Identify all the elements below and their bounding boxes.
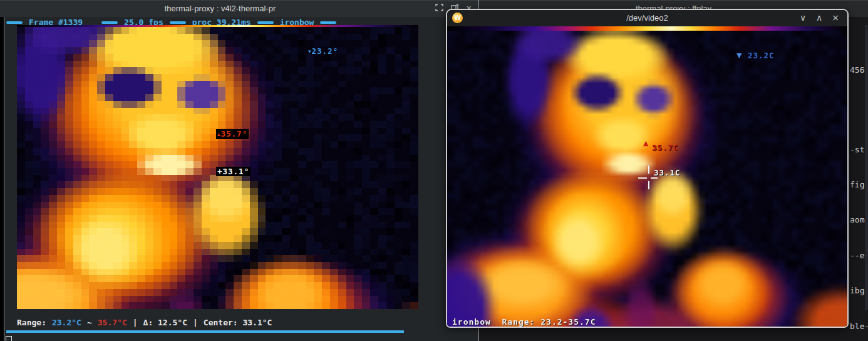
hot-spot-label: 35.7C (652, 143, 679, 152)
hot-spot-label: ▴35.7° (216, 129, 249, 139)
maximize-icon[interactable]: ∧ (815, 13, 824, 23)
ffplay-video-window: W /dev/video2 ∨ ∧ × ▼ 23.2C ▲ 35.7C 33.1… (446, 9, 849, 328)
thermal-canvas-right (447, 31, 847, 327)
ffplay-title: /dev/video2 (447, 13, 847, 23)
close-icon[interactable]: × (831, 13, 840, 23)
left-window-title: thermal-proxy : v4l2-thermal-pr (0, 4, 479, 13)
separator-dash (170, 21, 186, 24)
separator: | (133, 318, 138, 327)
range-min: 23.2°C (52, 318, 81, 327)
terminal-console: Input #0, video4linux2,v4l2, from '/dev/… (481, 328, 770, 341)
separator-dash (6, 21, 23, 24)
palette-strip (447, 26, 847, 31)
thermal-view: ▾23.2° ▴35.7° +33.1° (17, 25, 418, 309)
separator: | (193, 318, 198, 327)
range-footer: Range: 23.2°C ~ 35.7°C | Δ: 12.5°C | Cen… (17, 318, 272, 327)
separator-dash (257, 21, 274, 24)
separator-dash (320, 21, 336, 24)
delta-value: Δ: 12.5°C (143, 318, 187, 327)
thermal-proxy-window: thermal-proxy : v4l2-thermal-pr × Frame … (0, 0, 479, 341)
crosshair (648, 165, 649, 174)
hot-marker-icon: ▲ (643, 139, 649, 147)
crosshair (651, 177, 658, 179)
center-temp-label: +33.1° (216, 167, 251, 176)
cold-spot-label: ▼ 23.2C (736, 51, 775, 60)
ffplay-titlebar[interactable]: W /dev/video2 ∨ ∧ × (447, 10, 847, 26)
cursor-glyph (6, 336, 12, 341)
cold-spot-label: ▾23.2° (308, 46, 338, 56)
video-surface[interactable]: ▼ 23.2C ▲ 35.7C 33.1C ironbow Range: 23.… (447, 26, 847, 327)
separator-dash (101, 21, 118, 24)
palette-range-overlay: ironbow Range: 23.2-35.7C (452, 317, 596, 327)
terminal-line: ble-l (850, 321, 868, 333)
center-value: Center: 33.1°C (204, 318, 272, 327)
range-progress-bar (6, 330, 404, 333)
range-label: Range: (17, 318, 46, 327)
minimize-icon[interactable]: ∨ (798, 13, 807, 23)
terminal-scrollbar[interactable] (865, 25, 868, 310)
desktop: { "left_window": { "title": "thermal-pro… (0, 0, 868, 341)
left-window-titlebar[interactable]: thermal-proxy : v4l2-thermal-pr × (0, 0, 479, 17)
range-tilde: ~ (87, 318, 92, 327)
crosshair (648, 181, 649, 189)
window-border (4, 0, 4, 341)
fit-to-window-icon[interactable] (435, 4, 443, 11)
crosshair (638, 177, 647, 179)
range-max: 35.7°C (98, 318, 127, 327)
center-temp-label: 33.1C (654, 168, 681, 177)
